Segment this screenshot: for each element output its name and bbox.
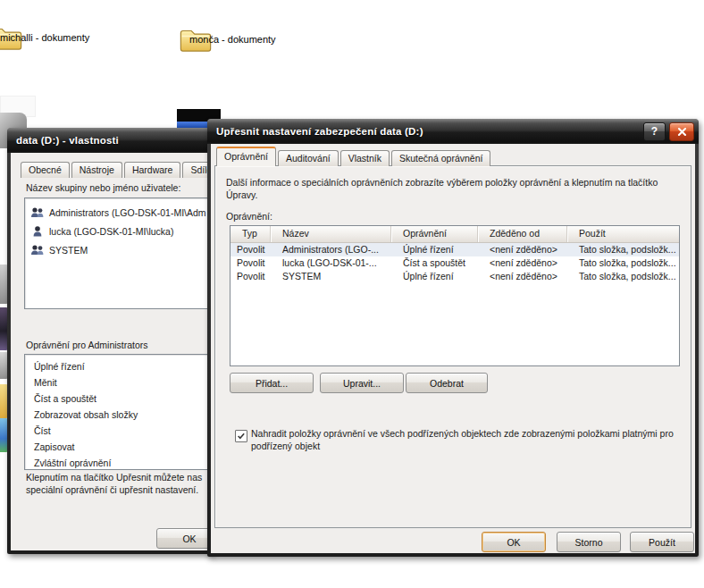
table-header: Typ Název Oprávnění Zděděno od Použít [230,226,679,243]
tab-sdileni[interactable]: Sdílení [182,162,209,178]
list-item[interactable]: SYSTEM [25,240,209,259]
permission-entries-table[interactable]: Typ Název Oprávnění Zděděno od Použít Po… [230,225,680,366]
tab-obecne[interactable]: Obecné [21,162,70,178]
permission-item[interactable]: Měnit [25,374,209,391]
cell-pouzit: Tato složka, podsložk... [567,256,679,270]
cell-nazev: Administrators (LGO-... [271,243,391,256]
cell-typ: Povolit [230,243,271,256]
user-name: lucka (LGO-DSK-01-MI\lucka) [49,226,173,237]
list-item[interactable]: lucka (LGO-DSK-01-MI\lucka) [25,222,209,240]
permission-item[interactable]: Zobrazovat obsah složky [25,407,209,423]
advanced-hint-line1: Klepnutím na tlačítko Upřesnit můžete na… [26,472,202,483]
advanced-hint-line2: speciální oprávnění či upřesnit nastaven… [26,484,198,495]
user-name: Administrators (LGO-DSK-01-MI\Adm [49,207,206,218]
properties-dialog-body: Obecné Nástroje Hardware Sdílení Název s… [11,153,209,550]
tab-vlastnik[interactable]: Vlastník [340,150,390,166]
advanced-dialog-tabs: Oprávnění Auditování Vlastník Skutečná o… [216,148,492,166]
table-row[interactable]: Povolit Administrators (LGO-... Úplné ří… [230,243,679,256]
table-row[interactable]: Povolit lucka (LGO-DSK-01-... Číst a spo… [230,256,679,270]
group-or-user-label: Název skupiny nebo jméno uživatele: [26,182,180,193]
desktop-folder-label[interactable]: michalli - dokumenty [0,32,89,43]
remove-button[interactable]: Odebrat [406,373,488,393]
cell-typ: Povolit [230,270,271,283]
column-header-nazev[interactable]: Název [271,226,391,242]
cell-zdedeno: <není zděděno> [478,243,567,256]
desktop: michalli - dokumenty monča - dokumenty d… [0,0,704,588]
group-icon [30,244,45,256]
tab-auditovani[interactable]: Auditování [278,150,339,166]
cell-typ: Povolit [230,256,271,270]
cell-pouzit: Tato složka, podsložk... [567,243,679,256]
column-header-pouzit[interactable]: Použít [567,226,679,242]
desktop-folder-monca[interactable]: monča - dokumenty [179,25,213,54]
permissions-tab-panel: Další informace o speciálních oprávněníc… [214,165,691,528]
ok-button[interactable]: OK [156,528,209,549]
close-icon [677,127,687,137]
permissions-list-label: Oprávnění: [226,211,272,222]
tab-opravneni[interactable]: Oprávnění [216,147,276,166]
advanced-security-dialog: Upřesnit nastavení zabezpečení data (D:)… [207,119,699,557]
cancel-button[interactable]: Storno [557,532,621,552]
tab-nastroje[interactable]: Nástroje [71,162,122,178]
close-button[interactable] [669,122,694,141]
cell-zdedeno: <není zděděno> [478,256,567,270]
properties-dialog-title: data (D:) - vlastnosti [16,135,208,146]
apply-button[interactable]: Použít [630,532,694,552]
cell-opravneni: Úplné řízení [391,270,478,283]
user-name: SYSTEM [49,245,88,256]
cell-nazev: SYSTEM [271,270,391,283]
help-button[interactable]: ? [643,122,666,141]
table-row[interactable]: Povolit SYSTEM Úplné řízení <není zděděn… [230,270,679,283]
tab-hardware[interactable]: Hardware [124,162,181,178]
add-button[interactable]: Přidat... [230,373,314,393]
permission-item[interactable]: Číst [25,423,209,439]
advanced-dialog-body: Oprávnění Auditování Vlastník Skutečná o… [211,144,695,553]
permissions-for-label: Oprávnění pro Administrators [26,340,148,350]
edit-button[interactable]: Upravit... [320,373,404,393]
column-header-typ[interactable]: Typ [230,226,271,242]
replace-permissions-label[interactable]: Nahradit položky oprávnění ve všech podř… [251,427,685,452]
column-header-opravneni[interactable]: Oprávnění [391,226,478,242]
desktop-folder-michalli[interactable]: michalli - dokumenty [0,23,23,52]
permission-item[interactable]: Zvláštní oprávnění [25,455,209,471]
cell-opravneni: Úplné řízení [391,243,478,256]
advanced-dialog-title: Upřesnit nastavení zabezpečení data (D:) [216,126,640,137]
properties-dialog-titlebar[interactable]: data (D:) - vlastnosti [7,128,213,153]
checkmark-icon [237,432,246,441]
list-item[interactable]: Administrators (LGO-DSK-01-MI\Adm [25,203,209,222]
permission-item[interactable]: Úplné řízení [25,358,209,374]
properties-dialog-tabs: Obecné Nástroje Hardware Sdílení [21,159,209,178]
users-list[interactable]: Administrators (LGO-DSK-01-MI\Adm lucka … [24,197,209,309]
help-glyph: ? [651,125,658,138]
tab-skutecna-opravneni[interactable]: Skutečná oprávnění [391,150,490,166]
cell-nazev: lucka (LGO-DSK-01-... [271,256,391,270]
cell-opravneni: Číst a spouštět [391,256,478,270]
permissions-list[interactable]: Úplné řízení Měnit Číst a spouštět Zobra… [24,354,209,470]
desktop-folder-label[interactable]: monča - dokumenty [189,34,276,45]
cell-pouzit: Tato složka, podsložk... [567,270,679,283]
ok-button[interactable]: OK [482,532,546,552]
group-icon [30,206,45,219]
permission-item[interactable]: Zapisovat [25,439,209,455]
user-icon [30,225,45,238]
description-text: Další informace o speciálních oprávněníc… [226,176,685,201]
replace-permissions-checkbox[interactable] [235,430,247,442]
properties-dialog: data (D:) - vlastnosti Obecné Nástroje H… [7,128,213,554]
permission-item[interactable]: Číst a spouštět [25,391,209,407]
column-header-zdedeno[interactable]: Zděděno od [478,226,567,242]
cell-zdedeno: <není zděděno> [478,270,567,283]
advanced-dialog-titlebar[interactable]: Upřesnit nastavení zabezpečení data (D:)… [207,119,699,144]
